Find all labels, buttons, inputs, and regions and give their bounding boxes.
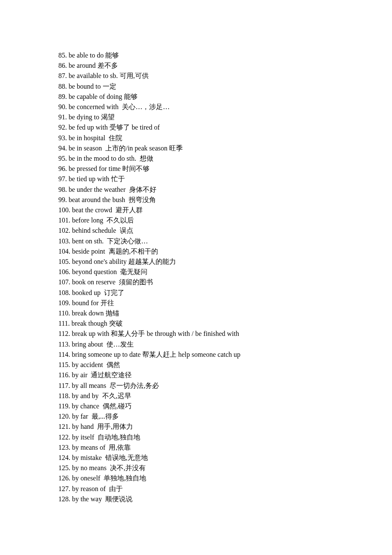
entry-definition: 渴望 [101,113,115,121]
entry-number: 101 [58,217,69,224]
entry-number: 124 [58,454,69,461]
entry-definition: 抛锚 [106,309,119,317]
entry-phrase: be bound to [69,83,101,90]
vocabulary-entry: 109. bound for 开往 [58,298,392,308]
entry-number: 96 [58,165,65,172]
entry-number: 99 [58,196,65,203]
vocabulary-entry: 85. be able to do 能够 [58,50,392,61]
entry-definition: 帮某人赶上 help someone catch up [142,351,240,358]
separator: . [69,258,72,265]
vocabulary-entry: 98. be under the weather 身体不好 [58,185,392,195]
vocabulary-entry: 107. book on reserve 须留的图书 [58,277,392,287]
entry-definition: 离题的,不相干的 [109,248,158,255]
entry-number: 106 [58,268,69,275]
entry-phrase: behind schedule [72,227,118,234]
separator: . [69,474,72,482]
separator: . [65,165,69,172]
entry-phrase: break though [72,320,107,327]
entry-phrase: by itself [72,434,96,441]
entry-phrase: beyond one's ability [72,258,127,265]
entry-number: 125 [58,464,69,471]
entry-number: 120 [58,413,69,420]
entry-phrase: by and by [72,392,100,399]
separator: . [69,206,72,214]
entry-definition: 一定 [103,83,116,90]
entry-definition: 通过航空途径 [91,371,132,379]
entry-phrase: by air [72,371,89,379]
entry-phrase: be dying to [69,113,99,121]
separator: . [65,93,69,100]
entry-number: 117 [58,382,68,389]
entry-number: 100 [58,206,69,214]
entry-definition: 能够 [105,52,119,59]
entry-phrase: beyond question [72,268,118,275]
separator: . [65,175,69,182]
entry-phrase: break down [72,309,104,317]
separator: . [65,52,69,59]
entry-number: 95 [58,155,65,162]
entry-phrase: be pressed for time [69,165,121,172]
separator: . [69,454,72,461]
separator: . [69,464,72,471]
vocabulary-entry: 92. be fed up with 受够了 be tired of [58,122,392,133]
entry-phrase: book on reserve [72,278,117,286]
entry-number: 93 [58,134,65,142]
entry-definition: 偶然 [107,361,120,368]
separator: . [69,434,72,441]
vocabulary-entry: 101. before long 不久以后 [58,215,392,225]
entry-number: 98 [58,186,65,193]
entry-definition: 关心…，涉足… [122,103,170,110]
entry-definition: 身体不好 [129,186,156,193]
entry-phrase: before long [72,217,105,224]
separator: . [69,227,72,234]
vocabulary-entry: 128. by the way 顺便说说 [58,494,392,504]
vocabulary-entry: 121. by hand 用手,用体力 [58,422,392,432]
entry-phrase: bound for [72,299,99,306]
entry-phrase: by no means [72,464,108,471]
entry-definition: 下定决心做… [107,237,148,245]
vocabulary-entry: 111. break though 突破 [58,318,392,329]
entry-number: 105 [58,258,69,265]
entry-phrase: by accident [72,361,104,368]
entry-definition: 须留的图书 [119,278,153,286]
entry-definition: 能够 [124,93,138,100]
entry-number: 102 [58,227,69,234]
entry-definition: 受够了 be tired of [110,124,160,131]
entry-number: 115 [58,361,68,368]
entry-definition: 上市的/in peak season 旺季 [105,145,183,152]
entry-definition: 使…发生 [107,341,134,348]
separator: . [65,155,69,162]
separator: . [65,62,69,69]
entry-definition: 用,依靠 [109,444,131,451]
entry-phrase: break up with [72,330,109,337]
entry-definition: 用手,用体力 [97,423,133,430]
entry-number: 97 [58,175,65,182]
vocabulary-entry: 94. be in season 上市的/in peak season 旺季 [58,143,392,153]
separator: . [69,423,72,430]
entry-definition: 毫无疑问 [120,268,147,275]
entry-definition: 自动地,独自地 [98,434,140,441]
entry-definition: 误点 [120,227,133,234]
entry-phrase: bring someone up to date [72,351,141,358]
vocabulary-entry: 104. beside point 离题的,不相干的 [58,246,392,257]
vocabulary-entry: 116. by air 通过航空途径 [58,370,392,380]
vocabulary-list: 85. be able to do 能够86. be around 差不多87.… [58,50,392,504]
entry-phrase: be concerned with [69,103,120,110]
vocabulary-entry: 93. be in hospital 住院 [58,133,392,143]
entry-number: 103 [58,237,69,245]
vocabulary-entry: 119. by chance 偶然,碰巧 [58,401,392,411]
entry-number: 91 [58,113,65,121]
entry-definition: 避开人群 [115,206,143,214]
entry-phrase: be under the weather [69,186,127,193]
entry-phrase: be available to sb. [69,72,118,79]
vocabulary-entry: 90. be concerned with 关心…，涉足… [58,102,392,112]
vocabulary-entry: 102. behind schedule 误点 [58,225,392,236]
vocabulary-entry: 114. bring someone up to date 帮某人赶上 help… [58,350,392,360]
entry-phrase: by all means [72,382,108,389]
entry-number: 112 [58,330,68,337]
entry-definition: 尽一切办法,务必 [110,382,159,389]
entry-number: 85 [58,52,65,59]
entry-definition: 顺便说说 [105,495,133,503]
separator: . [65,145,69,152]
separator: . [65,83,69,90]
